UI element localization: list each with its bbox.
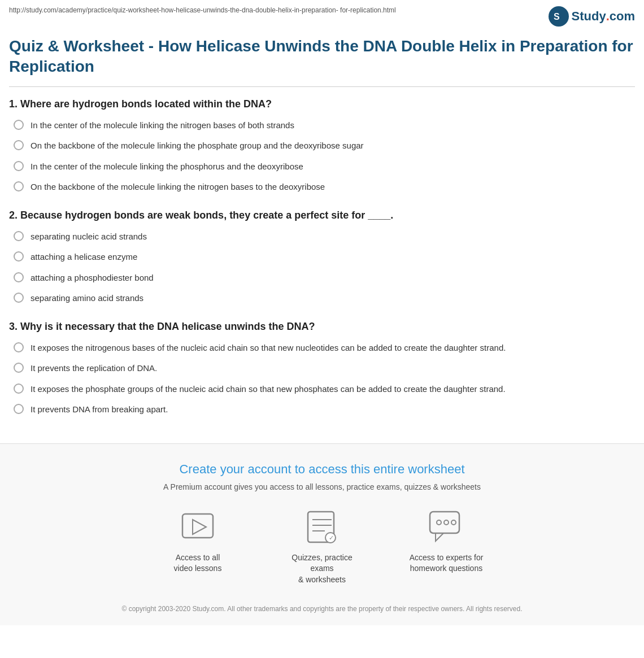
feature-experts: Access to experts forhomework questions [407,507,486,586]
q3-answer-4[interactable]: It prevents DNA from breaking apart. [9,403,635,416]
q1-answer-3[interactable]: In the center of the molecule linking th… [9,160,635,173]
q1-answer-2-text: On the backbone of the molecule linking … [31,140,364,152]
question-3: 3. Why is it necessary that the DNA heli… [9,321,635,416]
q2-answer-2-text: attaching a helicase enzyme [31,251,137,264]
logo-icon: S [548,6,569,27]
q3-answer-3[interactable]: It exposes the phosphate groups of the n… [9,383,635,396]
q2-radio-3[interactable] [14,272,24,282]
q3-radio-3[interactable] [14,384,24,394]
feature-quiz: ✓ Quizzes, practice exams& worksheets [282,507,362,586]
q3-answer-2-text: It prevents the replication of DNA. [31,362,157,375]
question-1: 1. Where are hydrogen bonds located with… [9,98,635,194]
q1-answer-4-text: On the backbone of the molecule linking … [31,181,325,194]
q1-radio-3[interactable] [14,161,24,171]
logo-study-text: Study [572,9,606,24]
page-url: http://study.com/academy/practice/quiz-w… [9,6,396,15]
q2-answer-4[interactable]: separating amino acid strands [9,292,635,305]
q1-radio-2[interactable] [14,140,24,150]
feature-video-label: Access to allvideo lessons [174,552,222,574]
main-content: Quiz & Worksheet - How Helicase Unwinds … [0,30,644,443]
logo-com-text: com [610,9,635,24]
title-divider [9,86,635,87]
quiz-icon: ✓ [302,507,342,547]
q3-answer-1-text: It exposes the nitrogenous bases of the … [31,342,506,355]
svg-rect-2 [182,514,213,538]
question-2-title: 2. Because hydrogen bonds are weak bonds… [9,210,635,221]
q1-answer-3-text: In the center of the molecule linking th… [31,160,303,173]
q2-radio-4[interactable] [14,293,24,303]
feature-video: Access to allvideo lessons [158,507,237,586]
q1-radio-1[interactable] [14,120,24,130]
chat-icon [427,507,466,547]
q2-answer-1-text: separating nucleic acid strands [31,230,147,243]
page-title: Quiz & Worksheet - How Helicase Unwinds … [9,36,635,77]
q3-radio-2[interactable] [14,363,24,373]
q1-answer-4[interactable]: On the backbone of the molecule linking … [9,181,635,194]
q2-answer-4-text: separating amino acid strands [31,292,143,305]
q2-answer-3-text: attaching a phosphodiester bond [31,272,154,285]
footer-copyright: © copyright 2003-2020 Study.com. All oth… [9,604,635,614]
top-bar: http://study.com/academy/practice/quiz-w… [0,0,644,30]
svg-marker-11 [436,533,443,541]
q3-radio-4[interactable] [14,404,24,414]
svg-point-12 [437,520,441,525]
q2-answer-3[interactable]: attaching a phosphodiester bond [9,272,635,285]
question-1-number: 1. [9,98,18,110]
question-2-number: 2. [9,210,18,221]
q3-answer-3-text: It exposes the phosphate groups of the n… [31,383,506,396]
question-2: 2. Because hydrogen bonds are weak bonds… [9,210,635,305]
q1-answer-1[interactable]: In the center of the molecule linking th… [9,119,635,132]
question-3-text: Why is it necessary that the DNA helicas… [20,321,315,332]
q1-answer-2[interactable]: On the backbone of the molecule linking … [9,140,635,152]
question-3-number: 3. [9,321,18,332]
video-icon [178,507,217,547]
feature-quiz-label: Quizzes, practice exams& worksheets [282,552,362,586]
question-2-text: Because hydrogen bonds are weak bonds, t… [20,210,393,221]
q3-answer-4-text: It prevents DNA from breaking apart. [31,403,168,416]
feature-experts-label: Access to experts forhomework questions [410,552,484,574]
q3-answer-2[interactable]: It prevents the replication of DNA. [9,362,635,375]
q1-answer-1-text: In the center of the molecule linking th… [31,119,294,132]
svg-point-14 [451,520,456,525]
q1-radio-4[interactable] [14,181,24,191]
footer-cta-title: Create your account to access this entir… [9,462,635,477]
question-3-title: 3. Why is it necessary that the DNA heli… [9,321,635,333]
footer: Create your account to access this entir… [0,443,644,625]
svg-text:✓: ✓ [329,534,334,541]
question-1-text: Where are hydrogen bonds located within … [20,98,272,110]
q2-radio-2[interactable] [14,251,24,262]
q2-radio-1[interactable] [14,231,24,241]
q3-answer-1[interactable]: It exposes the nitrogenous bases of the … [9,342,635,355]
features-row: Access to allvideo lessons ✓ Quizzes, pr… [9,507,635,586]
q2-answer-1[interactable]: separating nucleic acid strands [9,230,635,243]
svg-point-13 [444,520,449,525]
svg-text:S: S [554,12,560,21]
question-1-title: 1. Where are hydrogen bonds located with… [9,98,635,110]
q2-answer-2[interactable]: attaching a helicase enzyme [9,251,635,264]
svg-marker-3 [193,520,206,534]
q3-radio-1[interactable] [14,342,24,352]
footer-cta-desc: A Premium account gives you access to al… [9,482,635,491]
logo: S Study.com [548,6,636,27]
